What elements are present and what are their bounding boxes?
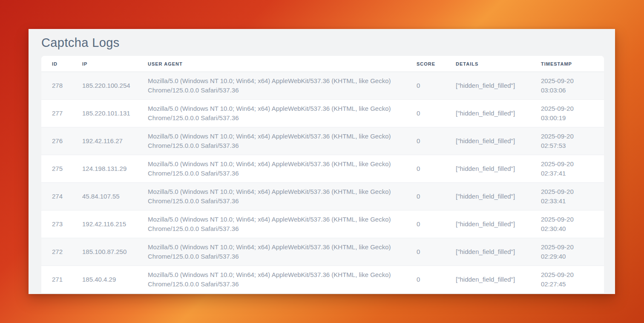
cell-id: 271 [41,266,82,294]
cell-user-agent: Mozilla/5.0 (Windows NT 10.0; Win64; x64… [148,127,417,155]
cell-user-agent: Mozilla/5.0 (Windows NT 10.0; Win64; x64… [148,266,417,294]
cell-timestamp: 2025-09-20 02:37:41 [541,155,604,183]
cell-details: ["hidden_field_filled"] [456,266,541,294]
cell-ip: 124.198.131.29 [82,155,148,183]
cell-score: 0 [417,100,456,127]
table-row: 275 124.198.131.29 Mozilla/5.0 (Windows … [41,155,604,183]
table-row: 278 185.220.100.254 Mozilla/5.0 (Windows… [41,72,604,100]
cell-details: ["hidden_field_filled"] [456,127,541,155]
cell-timestamp: 2025-09-20 02:27:45 [541,266,604,294]
cell-score: 0 [417,72,456,100]
cell-timestamp: 2025-09-20 03:00:19 [541,100,604,127]
column-header-user-agent: USER AGENT [148,56,417,72]
table-header-row: ID IP USER AGENT SCORE DETAILS TIMESTAMP [41,56,604,72]
cell-user-agent: Mozilla/5.0 (Windows NT 10.0; Win64; x64… [148,211,417,238]
cell-details: ["hidden_field_filled"] [456,155,541,183]
cell-timestamp: 2025-09-20 02:57:53 [541,127,604,155]
cell-user-agent: Mozilla/5.0 (Windows NT 10.0; Win64; x64… [148,238,417,266]
column-header-id: ID [41,56,82,72]
cell-id: 278 [41,72,82,100]
captcha-logs-table: ID IP USER AGENT SCORE DETAILS TIMESTAMP… [41,56,604,294]
cell-timestamp: 2025-09-20 03:03:06 [541,72,604,100]
cell-ip: 185.220.100.254 [82,72,148,100]
cell-score: 0 [417,127,456,155]
cell-timestamp: 2025-09-20 02:33:41 [541,183,604,211]
cell-user-agent: Mozilla/5.0 (Windows NT 10.0; Win64; x64… [148,155,417,183]
cell-score: 0 [417,155,456,183]
cell-score: 0 [417,211,456,238]
cell-ip: 185.220.101.131 [82,100,148,127]
cell-ip: 192.42.116.27 [82,127,148,155]
cell-details: ["hidden_field_filled"] [456,183,541,211]
cell-timestamp: 2025-09-20 02:30:40 [541,211,604,238]
table-row: 276 192.42.116.27 Mozilla/5.0 (Windows N… [41,127,604,155]
cell-score: 0 [417,266,456,294]
cell-ip: 185.40.4.29 [82,266,148,294]
column-header-details: DETAILS [456,56,541,72]
table-row: 277 185.220.101.131 Mozilla/5.0 (Windows… [41,100,604,127]
cell-details: ["hidden_field_filled"] [456,211,541,238]
table-row: 274 45.84.107.55 Mozilla/5.0 (Windows NT… [41,183,604,211]
cell-id: 272 [41,238,82,266]
captcha-logs-card: Captcha Logs ID IP USER AGENT SCORE DETA… [29,29,615,294]
cell-id: 277 [41,100,82,127]
logs-table-scroll-area[interactable]: ID IP USER AGENT SCORE DETAILS TIMESTAMP… [41,56,604,294]
table-row: 273 192.42.116.215 Mozilla/5.0 (Windows … [41,211,604,238]
cell-timestamp: 2025-09-20 02:29:40 [541,238,604,266]
cell-ip: 45.84.107.55 [82,183,148,211]
table-row: 271 185.40.4.29 Mozilla/5.0 (Windows NT … [41,266,604,294]
column-header-timestamp: TIMESTAMP [541,56,604,72]
table-row: 272 185.100.87.250 Mozilla/5.0 (Windows … [41,238,604,266]
cell-id: 273 [41,211,82,238]
cell-details: ["hidden_field_filled"] [456,100,541,127]
cell-user-agent: Mozilla/5.0 (Windows NT 10.0; Win64; x64… [148,100,417,127]
cell-details: ["hidden_field_filled"] [456,72,541,100]
cell-id: 274 [41,183,82,211]
column-header-score: SCORE [417,56,456,72]
cell-score: 0 [417,183,456,211]
cell-ip: 185.100.87.250 [82,238,148,266]
cell-id: 276 [41,127,82,155]
cell-score: 0 [417,238,456,266]
cell-details: ["hidden_field_filled"] [456,238,541,266]
cell-ip: 192.42.116.215 [82,211,148,238]
cell-id: 275 [41,155,82,183]
column-header-ip: IP [82,56,148,72]
cell-user-agent: Mozilla/5.0 (Windows NT 10.0; Win64; x64… [148,72,417,100]
cell-user-agent: Mozilla/5.0 (Windows NT 10.0; Win64; x64… [148,183,417,211]
page-title: Captcha Logs [41,35,602,50]
